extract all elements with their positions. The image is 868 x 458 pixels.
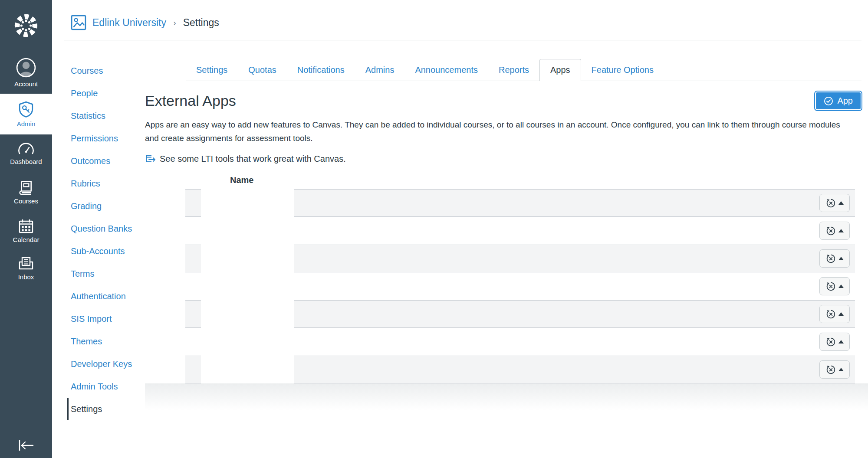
global-nav-label: Courses: [14, 198, 38, 204]
subnav-item-authentication[interactable]: Authentication: [67, 285, 145, 308]
retry-x-icon: [826, 309, 836, 319]
caret-up-icon: [838, 257, 844, 260]
table-row: [145, 356, 868, 383]
table-row: [145, 245, 868, 272]
settings-tabs: Settings Quotas Notifications Admins Ann…: [186, 59, 861, 81]
lti-tools-link[interactable]: See some LTI tools that work great with …: [145, 154, 868, 164]
book-icon: [19, 180, 33, 195]
global-nav-inbox[interactable]: Inbox: [0, 250, 52, 286]
canvas-logo-icon[interactable]: [0, 0, 52, 51]
subnav-item-sis-import[interactable]: SIS Import: [67, 308, 145, 330]
caret-up-icon: [838, 229, 844, 232]
global-nav: Account Admin Dashboard: [0, 0, 52, 458]
table-rows: [145, 189, 868, 383]
table-row: [145, 328, 868, 356]
subnav-item-grading[interactable]: Grading: [67, 195, 145, 217]
main-content: Settings Quotas Notifications Admins Ann…: [145, 40, 868, 415]
caret-up-icon: [838, 285, 844, 288]
lti-tools-link-text: See some LTI tools that work great with …: [160, 154, 346, 164]
subnav-item-sub-accounts[interactable]: Sub-Accounts: [67, 240, 145, 262]
table-row: [145, 217, 868, 245]
row-placeholder-large: [294, 356, 855, 383]
top-header: Edlink University › Settings: [52, 0, 868, 40]
breadcrumb-account-link[interactable]: Edlink University: [92, 17, 166, 29]
app-settings-dropdown-button[interactable]: [819, 360, 850, 379]
subnav-item-statistics[interactable]: Statistics: [67, 105, 145, 127]
circle-check-icon: [824, 96, 833, 106]
subnav-item-people[interactable]: People: [67, 82, 145, 105]
page-title: External Apps: [145, 92, 236, 109]
tab-quotas[interactable]: Quotas: [238, 59, 286, 81]
app-settings-dropdown-button[interactable]: [819, 305, 850, 323]
collapse-left-icon[interactable]: [0, 439, 52, 452]
global-nav-label: Dashboard: [10, 158, 42, 165]
subnav-item-settings[interactable]: Settings: [67, 398, 145, 420]
global-nav-courses[interactable]: Courses: [0, 173, 52, 212]
retry-x-icon: [826, 198, 836, 208]
retry-x-icon: [826, 337, 836, 347]
table-row: [145, 300, 868, 328]
subnav-item-permissions[interactable]: Permissions: [67, 127, 145, 150]
tab-announcements[interactable]: Announcements: [404, 59, 488, 81]
export-window-icon: [145, 154, 156, 164]
breadcrumb-current: Settings: [183, 17, 219, 29]
row-placeholder-small: [185, 300, 201, 328]
apps-description: Apps are an easy way to add new features…: [145, 118, 852, 145]
subnav-item-outcomes[interactable]: Outcomes: [67, 150, 145, 172]
caret-up-icon: [838, 201, 844, 205]
global-nav-admin[interactable]: Admin: [0, 94, 52, 134]
global-nav-label: Account: [14, 81, 38, 87]
caret-up-icon: [838, 368, 844, 371]
table-row: [145, 272, 868, 300]
external-apps-table: Name: [145, 175, 868, 415]
subnav-item-rubrics[interactable]: Rubrics: [67, 172, 145, 195]
caret-up-icon: [838, 312, 844, 316]
tab-settings[interactable]: Settings: [186, 59, 238, 81]
tab-reports[interactable]: Reports: [488, 59, 539, 81]
retry-x-icon: [826, 254, 836, 264]
retry-x-icon: [826, 365, 836, 375]
global-nav-calendar[interactable]: Calendar: [0, 212, 52, 250]
row-placeholder-large: [294, 245, 855, 272]
add-app-button[interactable]: App: [815, 92, 861, 110]
breadcrumb: Edlink University › Settings: [52, 0, 868, 30]
subnav-item-themes[interactable]: Themes: [67, 330, 145, 353]
subnav-item-admin-tools[interactable]: Admin Tools: [67, 375, 145, 398]
global-nav-account[interactable]: Account: [0, 51, 52, 94]
tab-admins[interactable]: Admins: [355, 59, 405, 81]
table-bottom-fade: [145, 383, 868, 415]
row-placeholder-large: [294, 189, 855, 217]
retry-x-icon: [826, 281, 836, 291]
subnav-item-question-banks[interactable]: Question Banks: [67, 217, 145, 240]
row-placeholder-small: [185, 356, 201, 383]
app-settings-dropdown-button[interactable]: [819, 222, 850, 240]
breadcrumb-separator: ›: [172, 18, 177, 28]
canvas-admin-apps-page: Account Admin Dashboard: [0, 0, 868, 458]
page-header: External Apps App: [145, 92, 861, 110]
retry-x-icon: [826, 226, 836, 236]
table-row: [145, 189, 868, 217]
calendar-icon: [18, 219, 34, 233]
tab-apps[interactable]: Apps: [539, 59, 581, 81]
app-settings-dropdown-button[interactable]: [819, 277, 850, 295]
row-placeholder-small: [185, 245, 201, 272]
subnav-item-developer-keys[interactable]: Developer Keys: [67, 353, 145, 375]
global-nav-label: Admin: [17, 121, 36, 127]
app-settings-dropdown-button[interactable]: [819, 249, 850, 268]
global-nav-dashboard[interactable]: Dashboard: [0, 134, 52, 173]
app-settings-dropdown-button[interactable]: [819, 333, 850, 351]
global-nav-label: Calendar: [13, 236, 39, 243]
tab-notifications[interactable]: Notifications: [287, 59, 355, 81]
tab-feature-options[interactable]: Feature Options: [581, 59, 664, 81]
subnav-item-courses[interactable]: Courses: [67, 59, 145, 82]
column-header-name: Name: [230, 175, 868, 185]
global-nav-label: Inbox: [18, 274, 34, 280]
app-settings-dropdown-button[interactable]: [819, 194, 850, 212]
subnav-item-terms[interactable]: Terms: [67, 262, 145, 285]
add-app-button-label: App: [837, 96, 853, 106]
image-icon: [71, 15, 86, 30]
row-placeholder-large: [294, 300, 855, 328]
avatar-icon: [16, 58, 36, 78]
row-placeholder-small: [185, 189, 201, 217]
gauge-icon: [17, 142, 35, 155]
